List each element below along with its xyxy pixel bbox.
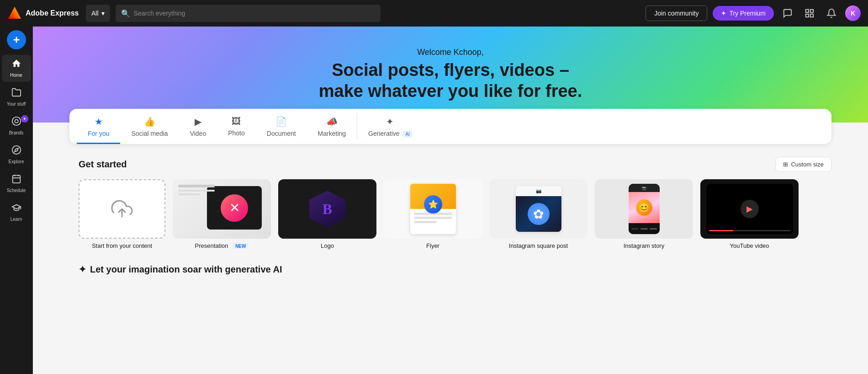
apps-icon-button[interactable]	[801, 5, 818, 21]
adobe-logo-icon	[7, 6, 22, 21]
chevron-down-icon: ▾	[101, 10, 105, 17]
sidebar-item-home[interactable]: Home	[2, 55, 31, 82]
sidebar-item-brands[interactable]: ✦ Brands	[2, 112, 31, 139]
user-avatar[interactable]: K	[845, 5, 861, 21]
folder-icon	[11, 87, 21, 100]
tab-photo[interactable]: 🖼 Photo	[217, 109, 256, 144]
sidebar-label-brands: Brands	[9, 130, 24, 136]
hero-welcome: Welcome Kchoop,	[319, 48, 582, 57]
top-navigation: Adobe Express All ▾ 🔍 Join community ✦ T…	[0, 0, 868, 27]
svg-rect-4	[806, 14, 809, 17]
card-flyer[interactable]: ⭐ Flyer	[384, 179, 482, 249]
generative-sparkle-icon: ✦	[79, 264, 86, 275]
svg-marker-1	[8, 7, 21, 19]
get-started-header: Get started ⊞ Custom size	[79, 157, 831, 172]
messages-icon	[783, 8, 793, 18]
photo-icon: 🖼	[232, 116, 241, 127]
youtube-thumb: ▶	[700, 179, 799, 239]
hero-banner: Welcome Kchoop, Social posts, flyers, vi…	[33, 27, 868, 123]
document-icon: 📄	[275, 116, 287, 127]
home-icon	[11, 59, 21, 71]
main-content: Get started ⊞ Custom size Start from you…	[33, 144, 868, 295]
explore-icon	[11, 145, 21, 157]
start-content-thumb	[79, 179, 165, 239]
tab-video[interactable]: ▶ Video	[179, 109, 217, 144]
sidebar-item-learn[interactable]: Learn	[2, 199, 31, 226]
search-icon: 🔍	[121, 9, 130, 18]
sidebar-item-your-stuff[interactable]: Your stuff	[2, 84, 31, 111]
generative-title: ✦ Let your imagination soar with generat…	[79, 264, 831, 275]
thumbsup-icon: 👍	[144, 116, 155, 127]
tab-marketing[interactable]: 📣 Marketing	[307, 109, 357, 144]
plus-icon	[11, 35, 21, 45]
logo-hex-icon: B	[309, 191, 346, 227]
learn-icon	[11, 203, 21, 215]
flyer-thumb: ⭐	[384, 179, 482, 239]
insta-story-thumb: 📷 😊	[595, 179, 693, 239]
try-premium-button[interactable]: ✦ Try Premium	[713, 6, 774, 21]
hero-text: Welcome Kchoop, Social posts, flyers, vi…	[319, 48, 582, 102]
logo-area: Adobe Express	[7, 6, 80, 21]
brands-premium-badge: ✦	[21, 115, 28, 123]
sidebar-label-explore: Explore	[9, 159, 24, 165]
hero-title: Social posts, flyers, videos – make what…	[319, 60, 582, 102]
apps-icon	[804, 8, 815, 18]
card-label-youtube: YouTube video	[730, 242, 769, 249]
card-instagram-square-post[interactable]: 📷 ✿ Instagram square post	[489, 179, 587, 249]
custom-size-button[interactable]: ⊞ Custom size	[775, 157, 831, 172]
megaphone-icon: 📣	[326, 116, 338, 127]
tab-for-you[interactable]: ★ For you	[77, 109, 120, 144]
search-input[interactable]	[134, 10, 375, 17]
svg-marker-11	[15, 148, 18, 152]
brands-icon	[11, 116, 21, 128]
template-cards-row: Start from your content ✕	[79, 179, 831, 249]
nav-right-actions: Join community ✦ Try Premium K	[646, 5, 861, 21]
resize-icon: ⊞	[783, 161, 788, 168]
premium-star-icon: ✦	[721, 10, 726, 17]
svg-rect-5	[810, 14, 813, 17]
messages-icon-button[interactable]	[779, 5, 796, 21]
ai-badge: AI	[403, 131, 412, 138]
generative-section: ✦ Let your imagination soar with generat…	[79, 264, 831, 275]
svg-rect-2	[806, 10, 809, 12]
notifications-icon-button[interactable]	[823, 5, 840, 21]
card-label-insta-story: Instagram story	[624, 242, 665, 249]
sidebar-label-your-stuff: Your stuff	[7, 102, 26, 107]
sidebar-item-schedule[interactable]: Schedule	[2, 170, 31, 197]
logo-thumb: B	[278, 179, 376, 239]
card-label-logo: Logo	[321, 242, 334, 249]
sidebar-label-learn: Learn	[11, 217, 22, 222]
card-label-start-from-content: Start from your content	[92, 242, 152, 249]
create-new-button[interactable]	[7, 30, 26, 49]
new-badge: NEW	[233, 243, 249, 249]
card-start-from-content[interactable]: Start from your content	[79, 179, 165, 249]
svg-rect-3	[810, 10, 813, 12]
tab-document[interactable]: 📄 Document	[256, 109, 307, 144]
schedule-icon	[11, 174, 21, 186]
star-icon: ★	[95, 116, 103, 127]
content-area: Welcome Kchoop, Social posts, flyers, vi…	[33, 27, 868, 374]
app-title: Adobe Express	[26, 9, 79, 17]
svg-point-10	[12, 146, 20, 154]
upload-icon	[111, 198, 133, 220]
sidebar-label-home: Home	[10, 73, 22, 78]
join-community-button[interactable]: Join community	[646, 5, 707, 21]
card-logo[interactable]: B Logo	[278, 179, 376, 249]
card-instagram-story[interactable]: 📷 😊 Instagram story	[595, 179, 693, 249]
card-label-flyer: Flyer	[426, 242, 439, 249]
sidebar-item-explore[interactable]: Explore	[2, 141, 31, 168]
category-tabs: ★ For you 👍 Social media ▶ Video 🖼 Photo…	[77, 109, 824, 144]
tab-generative[interactable]: ✦ Generative AI	[357, 109, 423, 144]
card-label-insta-sq: Instagram square post	[509, 242, 568, 249]
card-presentation[interactable]: ✕ Presentation NEW	[173, 179, 271, 249]
tab-social-media[interactable]: 👍 Social media	[120, 109, 179, 144]
generative-icon: ✦	[386, 116, 394, 127]
svg-point-9	[15, 119, 18, 123]
insta-sq-thumb: 📷 ✿	[489, 179, 587, 239]
card-youtube-video[interactable]: ▶ YouTube video	[700, 179, 799, 249]
category-tabs-wrapper: ★ For you 👍 Social media ▶ Video 🖼 Photo…	[69, 109, 831, 144]
sidebar: Home Your stuff ✦ Brands Explore S	[0, 27, 33, 374]
get-started-title: Get started	[79, 159, 127, 170]
search-filter-dropdown[interactable]: All ▾	[86, 5, 110, 22]
search-area: 🔍	[116, 5, 381, 22]
